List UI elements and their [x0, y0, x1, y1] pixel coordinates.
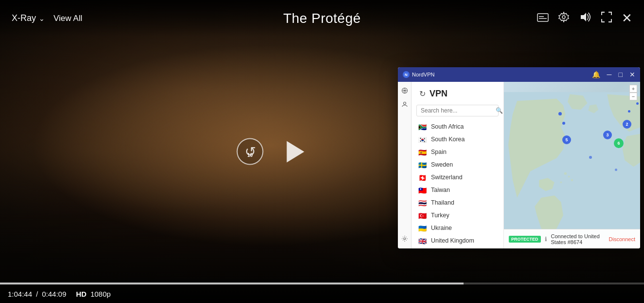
- south-africa-flag: 🇿🇦: [418, 124, 427, 130]
- xray-label[interactable]: X-Ray: [12, 13, 36, 23]
- subtitles-icon[interactable]: [537, 12, 549, 25]
- vpn-sidebar-header: ↻ VPN: [411, 82, 503, 103]
- svg-point-11: [564, 172, 567, 174]
- map-dot-1: [558, 112, 562, 115]
- vpn-refresh-icon[interactable]: ↻: [419, 89, 426, 98]
- map-svg: [504, 82, 640, 248]
- chevron-down-icon[interactable]: ⌄: [39, 15, 45, 22]
- taiwan-label: Taiwan: [431, 187, 450, 193]
- info-icon[interactable]: ℹ: [545, 236, 547, 243]
- map-cluster-5[interactable]: 5: [562, 135, 571, 144]
- south-korea-flag: 🇰🇷: [418, 136, 427, 143]
- vpn-country-united-states[interactable]: 🇺🇸 United States: [411, 247, 503, 248]
- spain-label: Spain: [431, 149, 447, 155]
- thailand-label: Thailand: [431, 199, 454, 206]
- south-korea-label: South Korea: [431, 136, 465, 143]
- switzerland-flag: 🇨🇭: [418, 174, 427, 181]
- close-window-button[interactable]: ✕: [629, 71, 635, 78]
- vpn-country-turkey[interactable]: 🇹🇷 Turkey: [411, 209, 503, 222]
- map-cluster-6[interactable]: 6: [614, 138, 624, 148]
- vpn-country-sweden[interactable]: 🇸🇪 Sweden: [411, 158, 503, 171]
- time-info: 1:04:44 / 0:44:09 HD 1080p: [8, 290, 111, 298]
- rewind-button[interactable]: ↺ 10: [237, 138, 264, 165]
- resolution-label: 1080p: [90, 290, 111, 298]
- fullscreen-icon[interactable]: [601, 12, 612, 25]
- vpn-country-south-korea[interactable]: 🇰🇷 South Korea: [411, 133, 503, 146]
- svg-point-12: [568, 176, 570, 178]
- svg-point-8: [403, 102, 406, 105]
- zoom-in-button[interactable]: +: [629, 85, 637, 93]
- hd-badge: HD: [76, 290, 87, 298]
- thailand-flag: 🇹🇭: [418, 200, 427, 206]
- settings-icon[interactable]: [558, 12, 569, 25]
- south-africa-label: South Africa: [431, 123, 464, 130]
- view-all-link[interactable]: View All: [54, 14, 82, 23]
- nordvpn-app-title: NordVPN: [412, 72, 434, 77]
- vpn-section-title: VPN: [429, 89, 447, 99]
- spain-flag: 🇪🇸: [418, 149, 427, 155]
- bottom-bar: 1:04:44 / 0:44:09 HD 1080p: [0, 276, 644, 303]
- movie-title: The Protégé: [283, 11, 361, 26]
- nordvpn-logo-icon: N: [403, 71, 410, 78]
- vpn-nav-icon-3[interactable]: [399, 233, 411, 245]
- sweden-label: Sweden: [431, 161, 453, 168]
- time-separator: /: [36, 290, 38, 298]
- vpn-country-ukraine[interactable]: 🇺🇦 Ukraine: [411, 222, 503, 234]
- search-icon: 🔍: [496, 107, 503, 114]
- ukraine-label: Ukraine: [431, 225, 452, 231]
- vpn-country-taiwan[interactable]: 🇹🇼 Taiwan: [411, 184, 503, 196]
- vpn-status-bar: PROTECTED ℹ Connected to United States #…: [504, 229, 640, 248]
- total-time: 0:44:09: [42, 290, 66, 298]
- connected-text: Connected to United States #8674: [551, 233, 605, 245]
- vpn-map[interactable]: 2 3 5 6 + − PROTECTED ℹ Connected to Uni…: [504, 82, 640, 248]
- maximize-button[interactable]: □: [619, 71, 623, 78]
- svg-point-14: [560, 181, 562, 183]
- play-button[interactable]: [287, 141, 304, 162]
- vpn-country-spain[interactable]: 🇪🇸 Spain: [411, 146, 503, 158]
- rewind-seconds: 10: [248, 152, 253, 158]
- protected-badge: PROTECTED: [509, 236, 541, 243]
- svg-point-3: [562, 16, 565, 19]
- vpn-nav-icon-1[interactable]: [399, 85, 411, 96]
- nordvpn-body: ↻ VPN 🔍 🇿🇦 South Africa 🇰🇷 South Korea 🇪…: [398, 82, 640, 248]
- vpn-nav-icon-2[interactable]: [399, 98, 411, 110]
- svg-point-13: [571, 179, 573, 181]
- minimize-button[interactable]: ─: [607, 71, 612, 78]
- vpn-search-bar[interactable]: 🔍: [416, 105, 499, 116]
- turkey-label: Turkey: [431, 212, 449, 219]
- center-controls: ↺ 10: [237, 138, 304, 165]
- svg-marker-4: [581, 13, 586, 21]
- map-dot-2: [562, 122, 565, 125]
- map-cluster-3[interactable]: 3: [603, 131, 612, 139]
- notify-icon[interactable]: 🔔: [592, 71, 600, 78]
- uk-flag: 🇬🇧: [418, 238, 427, 244]
- svg-point-9: [404, 238, 406, 240]
- turkey-flag: 🇹🇷: [418, 212, 427, 219]
- map-dot-3: [636, 102, 639, 105]
- vpn-country-united-kingdom[interactable]: 🇬🇧 United Kingdom: [411, 234, 503, 247]
- top-bar: X-Ray ⌄ View All The Protégé: [0, 0, 644, 37]
- ukraine-flag: 🇺🇦: [418, 225, 427, 231]
- map-zoom-controls: + −: [629, 85, 637, 100]
- volume-icon[interactable]: [579, 12, 591, 25]
- close-icon[interactable]: ✕: [622, 11, 632, 26]
- map-cluster-2[interactable]: 2: [623, 120, 631, 129]
- titlebar-controls: 🔔 ─ □ ✕: [592, 71, 635, 78]
- vpn-search-input[interactable]: [421, 107, 494, 114]
- top-controls: ✕: [537, 11, 632, 26]
- disconnect-button[interactable]: Disconnect: [609, 236, 635, 242]
- nordvpn-window: N NordVPN 🔔 ─ □ ✕: [398, 67, 640, 248]
- vpn-country-south-africa[interactable]: 🇿🇦 South Africa: [411, 120, 503, 133]
- map-dot-6: [615, 169, 617, 171]
- map-dot-5: [589, 156, 592, 159]
- sweden-flag: 🇸🇪: [418, 162, 427, 168]
- vpn-country-switzerland[interactable]: 🇨🇭 Switzerland: [411, 171, 503, 184]
- taiwan-flag: 🇹🇼: [418, 187, 427, 193]
- switzerland-label: Switzerland: [431, 174, 463, 181]
- zoom-out-button[interactable]: −: [629, 93, 637, 100]
- uk-label: United Kingdom: [431, 237, 474, 244]
- current-time: 1:04:44: [8, 290, 32, 298]
- vpn-sidebar: ↻ VPN 🔍 🇿🇦 South Africa 🇰🇷 South Korea 🇪…: [411, 82, 504, 248]
- vpn-country-thailand[interactable]: 🇹🇭 Thailand: [411, 196, 503, 209]
- vpn-country-list: 🇿🇦 South Africa 🇰🇷 South Korea 🇪🇸 Spain …: [411, 120, 503, 248]
